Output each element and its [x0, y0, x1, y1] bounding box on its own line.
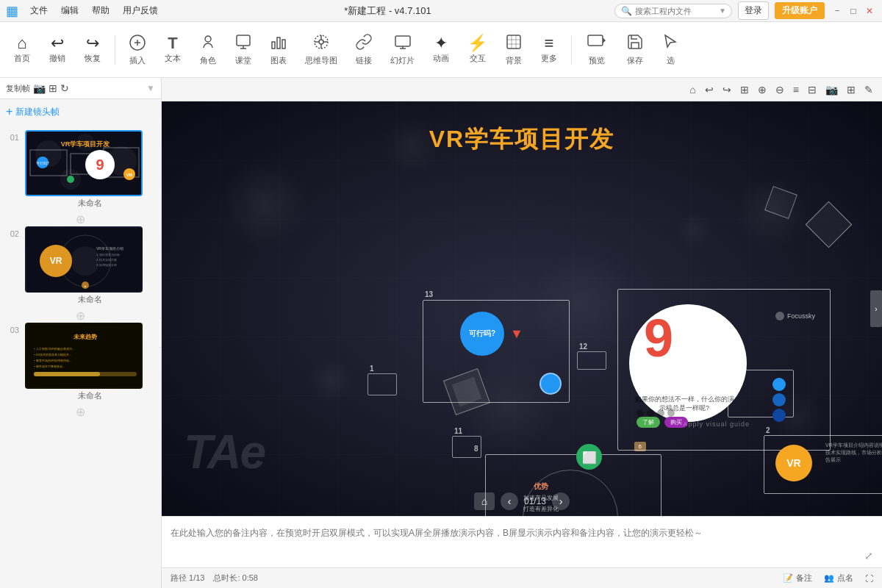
canvas-main[interactable]: VR学车项目开发 13 可行吗? ▼ 12: [162, 101, 882, 516]
tool-insert-label: 插入: [129, 55, 146, 66]
canvas-tool-grid[interactable]: ⊞: [844, 82, 858, 97]
pagination: 01/13: [524, 496, 546, 506]
separator-icon-3: ⊕: [76, 405, 85, 419]
frame-number-11: 11: [454, 427, 462, 435]
slide-item-1[interactable]: 01 VR学车项目开发: [6, 130, 155, 209]
right-panel-toggle[interactable]: ›: [870, 290, 882, 327]
frame-1[interactable]: 1: [368, 373, 397, 395]
slide-number-3: 03: [6, 323, 19, 334]
notes-button[interactable]: 📝 备注: [783, 573, 812, 584]
tool-more[interactable]: ≡ 更多: [533, 32, 565, 67]
tool-chart[interactable]: 图表: [262, 30, 295, 69]
canvas-tool-redo2[interactable]: ↪: [720, 82, 734, 97]
slide-label-2: 未命名: [25, 294, 155, 305]
svg-text:• 5G技术的普及将大幅提升...: • 5G技术的普及将大幅提升...: [34, 353, 71, 356]
tool-class-label: 课堂: [235, 55, 251, 66]
canvas-tool-undo2[interactable]: ↩: [702, 82, 717, 97]
preview-icon: [587, 33, 607, 54]
menu-file[interactable]: 文件: [27, 3, 51, 18]
tool-class[interactable]: 课堂: [227, 30, 259, 69]
menu-edit[interactable]: 编辑: [58, 3, 82, 18]
refresh-icon[interactable]: ↻: [60, 82, 69, 94]
tool-select[interactable]: 选: [654, 30, 686, 69]
minimize-button[interactable]: －: [831, 4, 844, 18]
svg-text:• 硬件成本下降将推动...: • 硬件成本下降将推动...: [34, 365, 65, 368]
tool-save[interactable]: 保存: [619, 30, 651, 69]
search-input[interactable]: [635, 7, 716, 15]
nav-next-button[interactable]: ›: [552, 492, 570, 510]
svg-text:2. 技术实现方案: 2. 技术实现方案: [96, 258, 117, 262]
slide-thumb-1[interactable]: VR学车项目开发 可行吗? VR: [25, 130, 143, 196]
maximize-button[interactable]: □: [847, 4, 860, 18]
blue-circle-label: 可行吗?: [469, 329, 495, 339]
tool-home[interactable]: ⌂ 首页: [6, 32, 38, 67]
callout-button[interactable]: 👥 点名: [824, 573, 853, 584]
tool-link[interactable]: 链接: [348, 30, 380, 69]
slide-separator-1: ⊕: [6, 212, 155, 226]
tool-redo[interactable]: ↪ 恢复: [76, 32, 109, 67]
anim-icon: ✦: [434, 35, 448, 51]
notes-expand-button[interactable]: ⤢: [864, 550, 873, 562]
svg-text:VR: VR: [126, 173, 133, 177]
slides-list: 01 VR学车项目开发: [0, 124, 161, 588]
tool-role[interactable]: 角色: [192, 30, 224, 69]
frame-12[interactable]: 12: [577, 351, 606, 370]
slide-thumb-2[interactable]: VR VR学车项目介绍 1. 项目背景与目标 2. 技术实现方案 3. 应用场景…: [25, 226, 143, 293]
nav-home-button[interactable]: ⌂: [474, 492, 495, 510]
toolbar-divider-1: [115, 35, 115, 65]
slide-item-3[interactable]: 03 未来趋势 • 人工智能与VR的融合将成为... • 5G技术的普及将大幅提…: [6, 323, 155, 401]
svg-rect-9: [282, 40, 285, 49]
home-icon: ⌂: [17, 35, 26, 51]
svg-rect-16: [395, 36, 410, 46]
tool-undo[interactable]: ↩ 撤销: [41, 32, 74, 67]
tool-role-label: 角色: [200, 55, 216, 66]
tool-mind[interactable]: 思维导图: [298, 30, 345, 69]
chart-icon: [270, 33, 287, 54]
fullscreen-button[interactable]: ⛶: [865, 574, 873, 583]
nav-prev-button[interactable]: ‹: [501, 492, 518, 510]
notes-input[interactable]: [171, 527, 873, 558]
canvas-tool-box[interactable]: ⊞: [737, 82, 752, 97]
slide-thumb-3[interactable]: 未来趋势 • 人工智能与VR的融合将成为... • 5G技术的普及将大幅提升..…: [25, 323, 143, 389]
menu-feedback[interactable]: 用户反馈: [120, 3, 161, 18]
expand-icon[interactable]: ⊞: [49, 82, 57, 94]
frame-2-sub[interactable]: 2 VR VR学车项目介绍内容说明，技术实现路线，市场分析报告展示: [764, 435, 882, 494]
canvas-tool-home[interactable]: ⌂: [686, 82, 698, 97]
menu-help[interactable]: 帮助: [89, 3, 112, 18]
title-bar: ▦ 文件 编辑 帮助 用户反馈 *新建工程 - v4.7.101 🔍 ▼ 登录 …: [0, 0, 882, 22]
link-icon: [355, 33, 373, 54]
tool-anim[interactable]: ✦ 动画: [425, 32, 457, 67]
frame-number-1: 1: [370, 365, 374, 373]
login-button[interactable]: 登录: [738, 1, 769, 20]
canvas-tool-zoomout[interactable]: ⊖: [772, 82, 787, 97]
tool-bg[interactable]: 背景: [498, 30, 530, 69]
big-number: 9: [644, 312, 673, 365]
canvas-tool-snap[interactable]: ⊟: [805, 82, 820, 97]
copy-frame-label[interactable]: 复制帧: [6, 83, 30, 94]
tool-insert[interactable]: 插入: [121, 31, 154, 69]
canvas-tool-align[interactable]: ≡: [790, 82, 802, 97]
status-path: 路径 1/13: [171, 573, 204, 584]
tool-slide[interactable]: 幻灯片: [383, 30, 422, 69]
status-bar: 路径 1/13 总时长: 0:58 📝 备注 👥 点名 ⛶: [162, 567, 882, 588]
tool-more-label: 更多: [541, 53, 557, 64]
slide-item-2[interactable]: 02 VR VR学车项目介绍 1. 项目背景与目标 2. 技术实现方案 3: [6, 226, 155, 305]
tool-text[interactable]: T 文本: [157, 32, 189, 67]
screenshot-icon[interactable]: 📷: [33, 82, 46, 94]
svg-rect-56: [34, 372, 100, 376]
slide-separator-2: ⊕: [6, 308, 155, 323]
tool-preview-label: 预览: [589, 55, 605, 66]
tool-preview[interactable]: 预览: [578, 30, 616, 69]
tool-interact[interactable]: ⚡ 交互: [460, 32, 495, 67]
close-button[interactable]: ✕: [863, 4, 876, 18]
canvas-tool-camera[interactable]: 📷: [822, 82, 841, 97]
search-dropdown-icon[interactable]: ▼: [719, 7, 726, 15]
new-frame-button[interactable]: + 新建镜头帧: [0, 99, 161, 124]
search-box[interactable]: 🔍 ▼: [614, 4, 732, 18]
sidebar-down-icon[interactable]: ▼: [146, 83, 155, 93]
frame-13[interactable]: 13 可行吗? ▼: [423, 300, 570, 403]
select-icon: [662, 33, 679, 54]
upgrade-button[interactable]: 升级账户: [775, 2, 825, 19]
canvas-tool-pen[interactable]: ✎: [861, 82, 876, 97]
canvas-tool-zoomin[interactable]: ⊕: [755, 82, 770, 97]
